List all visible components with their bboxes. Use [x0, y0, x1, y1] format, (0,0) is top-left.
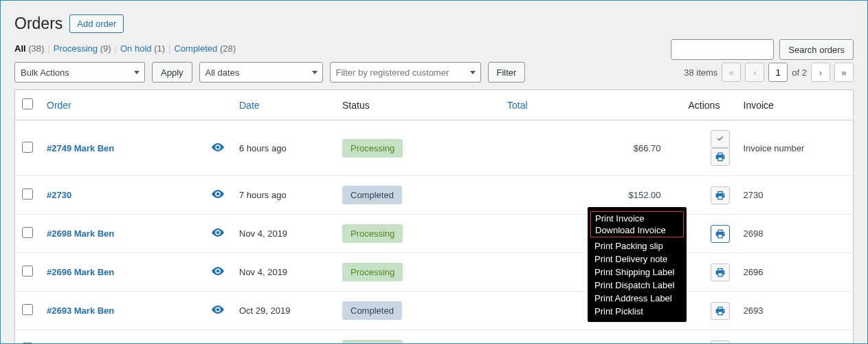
- status-badge: Completed: [342, 186, 402, 204]
- menu-print-address[interactable]: Print Address Label: [588, 292, 687, 305]
- print-actions-menu: Print Invoice Download Invoice Print Pac…: [588, 207, 687, 322]
- preview-icon[interactable]: [212, 228, 224, 239]
- page-of: of 2: [792, 67, 807, 78]
- page-prev[interactable]: ‹: [745, 63, 764, 82]
- filter-onhold[interactable]: On hold (1): [120, 43, 165, 54]
- preview-icon[interactable]: [212, 143, 224, 153]
- order-total: $18.00: [500, 330, 682, 345]
- invoice-number: Invoice number: [737, 120, 854, 176]
- status-badge: Processing: [342, 263, 403, 281]
- customer-filter[interactable]: Filter by registered customer: [330, 62, 481, 83]
- menu-print-invoice[interactable]: Print Invoice: [591, 213, 683, 224]
- search-button[interactable]: Search orders: [779, 39, 854, 60]
- print-action-icon[interactable]: [711, 225, 730, 243]
- menu-download-invoice[interactable]: Download Invoice: [591, 224, 683, 236]
- table-row: #2693 Mark BenOct 29, 2019Completed$51.7…: [15, 292, 854, 330]
- col-status: Status: [335, 90, 500, 120]
- order-date: 6 hours ago: [232, 120, 335, 176]
- menu-print-dispatch[interactable]: Print Dispatch Label: [588, 279, 687, 292]
- order-link[interactable]: #2696 Mark Ben: [47, 267, 114, 277]
- order-date: Nov 4, 2019: [232, 253, 335, 292]
- table-row: #2696 Mark BenNov 4, 2019Processing$18.4…: [15, 253, 854, 292]
- order-link[interactable]: #2730: [47, 190, 71, 200]
- invoice-number: 2730: [737, 176, 854, 215]
- row-checkbox[interactable]: [22, 304, 33, 315]
- invoice-number: 100026872019: [737, 330, 854, 345]
- table-row: #2698 Mark BenNov 4, 2019Processing$28.7…: [15, 215, 854, 253]
- status-badge: Processing: [342, 224, 403, 243]
- invoice-number: 2693: [737, 292, 854, 330]
- page-input[interactable]: [768, 63, 788, 82]
- date-filter-select[interactable]: All dates: [199, 62, 323, 83]
- page-first[interactable]: «: [722, 63, 741, 82]
- row-checkbox[interactable]: [22, 142, 33, 153]
- print-action-icon[interactable]: [711, 302, 730, 320]
- orders-table: Order Date Status Total Actions Invoice …: [14, 89, 854, 344]
- row-checkbox[interactable]: [22, 189, 33, 200]
- order-link[interactable]: #2693 Mark Ben: [47, 305, 114, 316]
- menu-print-picklist[interactable]: Print Picklist: [588, 305, 687, 318]
- table-row: #27307 hours agoCompleted$152.002730: [15, 176, 854, 215]
- col-total[interactable]: Total: [500, 90, 682, 120]
- col-invoice: Invoice: [737, 90, 854, 120]
- status-badge: Completed: [342, 301, 402, 320]
- complete-action-icon[interactable]: [711, 130, 730, 148]
- page-title: Orders: [14, 14, 63, 33]
- page-last[interactable]: »: [834, 63, 854, 82]
- order-date: Oct 29, 2019: [232, 292, 335, 330]
- page-next[interactable]: ›: [811, 63, 830, 82]
- status-badge: Processing: [342, 139, 403, 158]
- preview-icon[interactable]: [212, 305, 224, 316]
- bulk-actions-select[interactable]: Bulk Actions: [14, 62, 145, 83]
- row-checkbox[interactable]: [22, 266, 33, 277]
- invoice-number: 2696: [737, 253, 854, 292]
- print-action-icon[interactable]: [711, 186, 730, 204]
- filter-button[interactable]: Filter: [488, 62, 526, 83]
- col-actions: Actions: [682, 90, 737, 120]
- table-row: #2749 Mark Ben6 hours agoProcessing$66.7…: [15, 120, 854, 176]
- preview-icon[interactable]: [212, 267, 224, 277]
- order-link[interactable]: #2698 Mark Ben: [47, 228, 114, 239]
- col-order[interactable]: Order: [40, 90, 232, 120]
- order-date: 7 hours ago: [232, 176, 335, 215]
- select-all-checkbox[interactable]: [22, 98, 33, 109]
- table-row: #2687 Mark BenOct 17, 2019Processing$18.…: [15, 330, 854, 345]
- order-date: Oct 17, 2019: [232, 330, 335, 345]
- menu-print-delivery[interactable]: Print Delivery note: [588, 252, 687, 266]
- order-total: $66.70: [500, 120, 682, 176]
- apply-button[interactable]: Apply: [152, 62, 192, 83]
- order-date: Nov 4, 2019: [232, 215, 335, 253]
- items-count: 38 items: [684, 67, 717, 78]
- filter-processing[interactable]: Processing (9): [54, 43, 111, 54]
- add-order-button[interactable]: Add order: [69, 14, 124, 33]
- menu-print-shipping[interactable]: Print Shipping Label: [588, 266, 687, 279]
- invoice-number: 2698: [737, 215, 854, 253]
- search-input[interactable]: [671, 39, 774, 60]
- print-action-icon[interactable]: [711, 341, 730, 345]
- menu-print-packing[interactable]: Print Packing slip: [588, 239, 687, 252]
- order-link[interactable]: #2749 Mark Ben: [47, 143, 114, 153]
- status-badge: Processing: [342, 340, 403, 344]
- filter-all[interactable]: All: [14, 43, 26, 54]
- print-action-icon[interactable]: [711, 264, 730, 281]
- col-date[interactable]: Date: [232, 90, 335, 120]
- preview-icon[interactable]: [212, 190, 224, 200]
- row-checkbox[interactable]: [22, 227, 33, 238]
- print-action-icon[interactable]: [711, 148, 730, 166]
- filter-completed[interactable]: Completed (28): [174, 43, 236, 54]
